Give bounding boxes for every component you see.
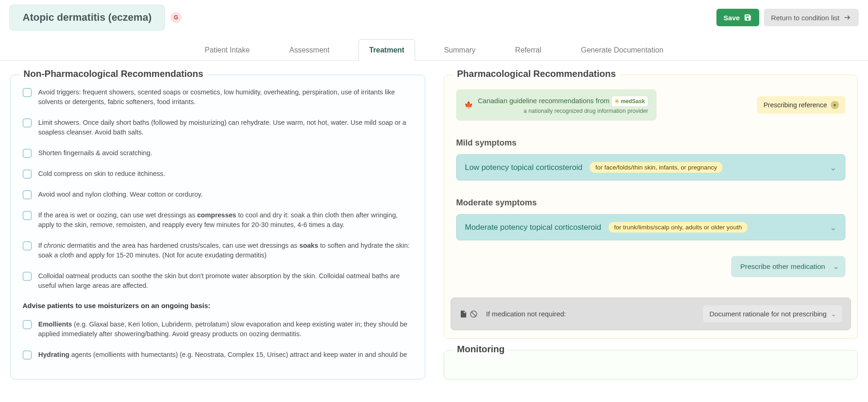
no-icon [469, 310, 478, 318]
save-button-label: Save [724, 14, 740, 22]
other-medication-row: Prescribe other medication ⌄ [456, 256, 845, 277]
guideline-banner: 🍁 Canadian guideline recommendations fro… [456, 89, 845, 121]
medication-card[interactable]: Low potency topical corticosteroidfor fa… [456, 154, 845, 181]
checkbox[interactable] [23, 241, 32, 251]
document-rationale-label: Document rationale for not prescribing [710, 310, 827, 318]
medication-title: Moderate potency topical corticosteroid [465, 223, 601, 232]
check-text: If chronic dermatitis and the area has h… [38, 241, 413, 260]
main-columns: Non-Pharmacological Recommendations Avoi… [0, 61, 868, 393]
guideline-text: Canadian guideline recommendations from … [478, 97, 648, 105]
chevron-down-icon: ⌄ [833, 262, 839, 271]
check-row: Emollients (e.g. Glaxal base, Keri lotio… [23, 320, 413, 339]
medication-tag: for trunk/limbs/scalp only, adults or ol… [609, 222, 747, 233]
checkbox[interactable] [23, 190, 32, 199]
checkbox[interactable] [23, 118, 32, 128]
arrow-right-icon [843, 13, 851, 22]
check-text: Limit showers. Once daily short baths (f… [38, 118, 413, 137]
chevron-down-icon: ⌄ [831, 310, 837, 318]
return-button[interactable]: Return to condition list [764, 9, 859, 26]
nonpharm-panel: Non-Pharmacological Recommendations Avoi… [10, 75, 425, 379]
return-button-label: Return to condition list [771, 14, 839, 22]
tab-referral[interactable]: Referral [504, 39, 552, 61]
monitoring-title: Monitoring [453, 344, 508, 355]
nonpharm-checklist: Avoid triggers: frequent showers, scente… [11, 86, 425, 360]
check-text: Emollients (e.g. Glaxal base, Keri lotio… [38, 320, 413, 339]
check-text: Cold compress on skin to reduce itchines… [38, 169, 165, 179]
save-button[interactable]: Save [716, 9, 759, 26]
check-row: If chronic dermatitis and the area has h… [23, 241, 413, 260]
pharm-title: Pharmacological Recommendations [453, 69, 620, 79]
document-rationale-button[interactable]: Document rationale for not prescribing ⌄ [703, 305, 842, 322]
check-row: Colloidal oatmeal products can soothe th… [23, 271, 413, 291]
guideline-subtext: a nationally recognized drug information… [478, 108, 648, 114]
check-text: Shorten fingernails & avoid scratching. [38, 148, 152, 158]
maple-leaf-icon: 🍁 [464, 101, 473, 109]
chevron-down-icon: ⌄ [830, 222, 837, 233]
prescribe-other-label: Prescribe other medication [740, 262, 825, 270]
document-icon [459, 310, 468, 318]
check-row: Shorten fingernails & avoid scratching. [23, 148, 413, 158]
checkbox[interactable] [23, 272, 32, 281]
topbar-left: Atopic dermatitis (eczema) G [9, 5, 182, 30]
checkbox[interactable] [23, 149, 32, 158]
check-text: If the area is wet or oozing, can use we… [38, 210, 413, 230]
guideline-pill: 🍁 Canadian guideline recommendations fro… [456, 89, 657, 121]
medication-card[interactable]: Moderate potency topical corticosteroidf… [456, 214, 845, 240]
topbar: Atopic dermatitis (eczema) G Save Return… [0, 0, 868, 30]
nonpharm-title: Non-Pharmacological Recommendations [20, 69, 207, 79]
checkbox[interactable] [23, 211, 32, 220]
chevron-down-icon: ⌄ [830, 163, 837, 173]
save-icon [744, 13, 752, 22]
medication-title: Low potency topical corticosteroid [465, 163, 582, 172]
tab-assessment[interactable]: Assessment [279, 39, 340, 61]
check-row: If the area is wet or oozing, can use we… [23, 210, 413, 230]
rationale-icons [459, 310, 478, 318]
chevron-down-icon: ▾ [831, 101, 839, 109]
moisturizer-heading: Advise patients to use moisturizers on a… [23, 302, 413, 309]
severity-label: Moderate symptoms [456, 198, 845, 208]
pharm-panel: Pharmacological Recommendations 🍁 Canadi… [444, 75, 858, 339]
prescribing-reference-label: Prescribing reference [763, 101, 827, 109]
monitoring-panel: Monitoring [444, 350, 858, 379]
checkbox[interactable] [23, 350, 32, 360]
check-row: Avoid wool and nylon clothing. Wear cott… [23, 190, 413, 199]
check-row: Limit showers. Once daily short baths (f… [23, 118, 413, 137]
check-row: Hydrating agents (emollients with humect… [23, 350, 413, 360]
check-text: Hydrating agents (emollients with humect… [38, 350, 407, 360]
sun-icon: ✳ [615, 98, 619, 105]
tab-patient-intake[interactable]: Patient Intake [194, 39, 260, 61]
prescribe-other-button[interactable]: Prescribe other medication ⌄ [731, 256, 845, 277]
severity-label: Mild symptoms [456, 138, 845, 148]
right-column: Pharmacological Recommendations 🍁 Canadi… [444, 75, 858, 379]
tabs: Patient IntakeAssessmentTreatmentSummary… [0, 39, 868, 61]
status-badge: G [170, 12, 182, 23]
check-row: Cold compress on skin to reduce itchines… [23, 169, 413, 179]
check-text: Colloidal oatmeal products can soothe th… [38, 271, 413, 291]
tab-generate-documentation[interactable]: Generate Documentation [570, 39, 674, 61]
check-row: Avoid triggers: frequent showers, scente… [23, 87, 413, 107]
medication-tag: for face/folds/thin skin, infants, or pr… [590, 162, 722, 173]
checkbox[interactable] [23, 320, 32, 329]
check-text: Avoid wool and nylon clothing. Wear cott… [38, 190, 203, 199]
topbar-right: Save Return to condition list [716, 9, 859, 26]
medsask-badge: ✳ medSask [611, 96, 648, 107]
rationale-prompt: If medication not required: [486, 310, 566, 318]
tab-treatment[interactable]: Treatment [358, 39, 415, 61]
rationale-bar: If medication not required: Document rat… [451, 297, 851, 330]
check-text: Avoid triggers: frequent showers, scente… [38, 87, 413, 107]
prescribing-reference-button[interactable]: Prescribing reference ▾ [757, 96, 845, 114]
checkbox[interactable] [23, 88, 32, 97]
tab-summary[interactable]: Summary [434, 39, 486, 61]
condition-title-chip: Atopic dermatitis (eczema) [9, 5, 165, 30]
checkbox[interactable] [23, 169, 32, 179]
